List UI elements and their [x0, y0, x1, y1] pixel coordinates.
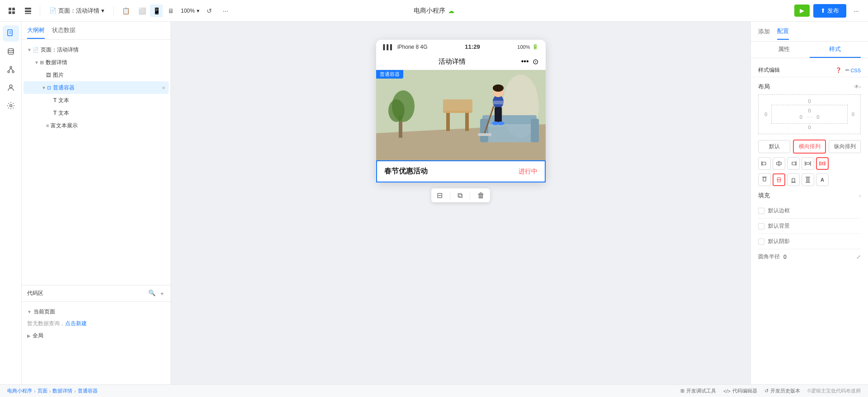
code-search-icon[interactable]: 🔍 [148, 290, 156, 298]
grid-view-btn[interactable] [5, 5, 18, 17]
tree-item-richtext[interactable]: ▶ ≡ 富文本展示 ≡ [24, 119, 169, 132]
code-empty-description: 暂无数据查询， [27, 320, 65, 327]
fill-border-row[interactable]: 默认边框 [758, 203, 861, 219]
tree-action-data-detail-menu[interactable]: ≡ [162, 60, 165, 65]
layout-visibility-icon[interactable]: 👁 [854, 84, 859, 90]
zoom-control[interactable]: 100% ▾ [181, 8, 199, 14]
svg-rect-41 [493, 101, 504, 104]
sub-tab-style[interactable]: 样式 [810, 42, 861, 58]
style-editor-help-icon[interactable]: ❓ [835, 67, 842, 73]
align-center-h-btn[interactable] [773, 157, 785, 170]
float-duplicate-icon[interactable]: ⧉ [458, 191, 462, 200]
toolbar-more-btn[interactable]: ··· [850, 5, 863, 17]
tab-outline[interactable]: 大纲树 [27, 23, 45, 39]
align-right-btn[interactable] [787, 157, 800, 170]
align-justify-btn[interactable] [802, 157, 814, 170]
align-bottom-btn[interactable] [787, 173, 800, 186]
sub-tab-props[interactable]: 属性 [758, 42, 810, 58]
layout-horizontal-btn[interactable]: 横向排列 [793, 140, 826, 154]
align-baseline-btn[interactable]: A [816, 173, 829, 186]
breadcrumb-data-detail[interactable]: 数据详情 [52, 388, 72, 394]
fill-bg-checkbox[interactable] [758, 223, 764, 229]
nav-more-icon[interactable]: ••• [521, 57, 529, 66]
tab-config[interactable]: 配置 [777, 23, 789, 40]
breadcrumb-container[interactable]: 普通容器 [78, 388, 98, 394]
tree-action-search[interactable]: 🔍 [160, 47, 165, 52]
run-btn[interactable]: ▶ [794, 5, 810, 17]
tree-action-text2-menu[interactable]: ≡ [162, 111, 165, 116]
canvas-area[interactable]: ▌▌▌ iPhone 8 4G 11:29 100% 🔋 活动详情 ••• ⊙ [171, 22, 750, 384]
side-data-btn[interactable] [3, 43, 19, 60]
code-create-link[interactable]: 点击新建 [65, 320, 87, 327]
align-left-btn[interactable] [758, 157, 771, 170]
align-justify-v-btn[interactable] [802, 173, 814, 186]
phone-battery-text: 100% [517, 44, 530, 50]
side-users-btn[interactable] [3, 79, 19, 96]
svg-rect-7 [8, 30, 12, 36]
phone-card[interactable]: 普通容器 春节优惠活动 进行中 ⊟ ⧉ 🗑 [376, 70, 546, 182]
css-label[interactable]: CSS [850, 68, 861, 73]
refresh-btn[interactable]: ↺ [203, 5, 216, 17]
svg-point-40 [497, 121, 505, 125]
section-header-fill[interactable]: 填充 › [751, 190, 868, 201]
svg-rect-5 [25, 10, 31, 12]
align-h-row [758, 157, 861, 170]
radius-expand-icon[interactable]: ⤢ [856, 254, 861, 260]
float-copy-icon[interactable]: ⊟ [437, 191, 443, 200]
layout-options: 默认 横向排列 纵向排列 [751, 140, 868, 186]
dev-tool-btn[interactable]: ⊞ 开发调试工具 [680, 388, 716, 394]
tree-item-data-detail[interactable]: ▼ ⊞ 数据详情 ≡ [24, 56, 169, 69]
tree-label-data-detail: 数据详情 [46, 59, 162, 66]
monitor-btn[interactable]: 🖥 [165, 5, 177, 17]
tree-action-richtext-menu[interactable]: ≡ [162, 123, 165, 128]
float-delete-icon[interactable]: 🗑 [477, 191, 485, 200]
svg-rect-3 [12, 11, 15, 14]
tab-state[interactable]: 状态数据 [52, 23, 75, 39]
layout-default-btn[interactable]: 默认 [758, 140, 790, 153]
side-pages-btn[interactable] [3, 25, 19, 42]
code-editor-btn[interactable]: </> 代码编辑器 [723, 388, 757, 394]
tree-item-page[interactable]: ▼ 📄 页面：活动详情 ⚙ 🔍 [24, 43, 169, 56]
tree-action-text1-menu[interactable]: ≡ [162, 98, 165, 103]
tree-arrow-page[interactable]: ▼ [27, 47, 32, 52]
tree-action-container-menu[interactable]: ≡ [162, 85, 165, 90]
code-add-icon[interactable]: ＋ [159, 290, 165, 298]
breadcrumb-page[interactable]: 页面 [38, 388, 47, 394]
align-top-btn[interactable] [758, 173, 771, 186]
align-space-between-btn[interactable] [816, 157, 829, 170]
tree-action-settings[interactable]: ⚙ [154, 47, 158, 52]
layout-vertical-btn[interactable]: 纵向排列 [829, 140, 861, 153]
history-btn[interactable]: ↺ 开发历史版本 [764, 388, 800, 394]
tree-action-image-menu[interactable]: ≡ [162, 73, 165, 78]
tree-item-text1[interactable]: ▶ T 文本 ≡ [24, 94, 169, 107]
publish-btn[interactable]: ⬆ 发布 [813, 4, 846, 18]
tree-item-text2[interactable]: ▶ T 文本 ≡ [24, 107, 169, 119]
tree-arrow-container[interactable]: ▼ [42, 85, 46, 90]
breadcrumb-app[interactable]: 电商小程序 [7, 388, 32, 394]
publish-label: 发布 [827, 7, 839, 15]
section-header-layout[interactable]: 布局 👁 › [751, 81, 868, 93]
fill-shadow-checkbox[interactable] [758, 238, 764, 245]
tree-item-image[interactable]: ▶ 🖼 图片 ≡ [24, 69, 169, 81]
side-settings-btn[interactable] [3, 98, 19, 114]
more-btn[interactable]: ··· [219, 5, 232, 17]
list-view-btn[interactable] [22, 5, 34, 17]
tab-add[interactable]: 添加 [758, 24, 770, 39]
fill-border-checkbox[interactable] [758, 208, 764, 214]
page-selector[interactable]: 📄 页面：活动详情 ▾ [46, 5, 108, 17]
phone-btn[interactable]: 📱 [150, 5, 163, 17]
code-current-page-item[interactable]: ▼ 当前页面 [27, 305, 165, 318]
fill-shadow-row[interactable]: 默认阴影 [758, 234, 861, 249]
align-center-v-btn[interactable] [773, 173, 785, 186]
fill-bg-row[interactable]: 默认背景 [758, 219, 861, 234]
copy-page-btn[interactable]: 📋 [119, 5, 132, 17]
nav-close-icon[interactable]: ⊙ [533, 57, 538, 66]
phone-card-info[interactable]: 春节优惠活动 进行中 [376, 160, 546, 182]
tree-arrow-data-detail[interactable]: ▼ [34, 60, 39, 65]
code-global-item[interactable]: ▶ 全局 [27, 329, 165, 342]
tablet-btn[interactable]: ⬜ [136, 5, 148, 17]
tree-icon-page: 📄 [33, 47, 39, 53]
side-flow-btn[interactable] [3, 61, 19, 78]
tree-item-container[interactable]: ▼ ⊡ 普通容器 ≡ [24, 81, 169, 94]
css-edit-icon[interactable]: ✏ [845, 67, 849, 73]
